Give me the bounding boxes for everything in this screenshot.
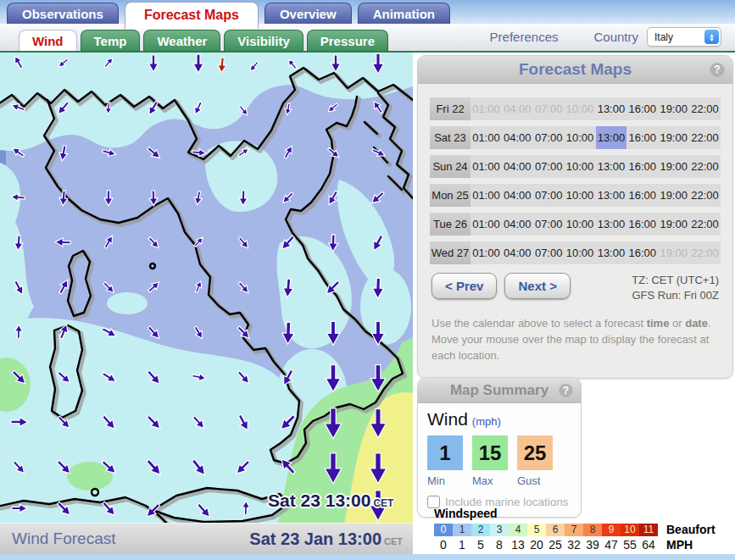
mph-value: 20 [527, 538, 546, 552]
tab-animation[interactable]: Animation [358, 3, 450, 24]
subtab-temp[interactable]: Temp [81, 30, 141, 51]
beaufort-cell: 3 [490, 524, 509, 536]
calendar-time-cell[interactable]: 04:00 [502, 241, 533, 264]
calendar-time-cell[interactable]: 16:00 [626, 184, 658, 207]
subtab-wind[interactable]: Wind [19, 30, 77, 51]
calendar-time-cell[interactable]: 19:00 [658, 213, 689, 236]
tab-observations[interactable]: Observations [7, 3, 119, 24]
calendar-time-cell[interactable]: 13:00 [596, 241, 627, 264]
calendar-time-cell[interactable]: 22:00 [689, 97, 721, 120]
forecast-maps-panel: Forecast Maps ? Fri 2201:0004:0007:0010:… [417, 55, 733, 379]
calendar-time-cell[interactable]: 10:00 [565, 213, 596, 236]
calendar-time-cell[interactable]: 13:00 [596, 184, 627, 207]
calendar-time-cell[interactable]: 01:00 [471, 184, 502, 207]
gfs-run-line: GFS Run: Fri 00Z [632, 288, 719, 303]
subtab-weather[interactable]: Weather [143, 30, 220, 51]
next-button[interactable]: Next > [504, 273, 570, 299]
calendar-time-cell[interactable]: 01:00 [471, 241, 502, 264]
calendar-time-cell[interactable]: 10:00 [565, 155, 596, 178]
mph-value: 1 [453, 538, 471, 552]
mph-value: 32 [565, 538, 583, 552]
calendar-time-cell[interactable]: 16:00 [626, 241, 658, 264]
calendar-time-cell[interactable]: 16:00 [626, 126, 658, 149]
calendar-day[interactable]: Mon 25 [430, 184, 471, 207]
calendar-time-cell[interactable]: 04:00 [502, 155, 533, 178]
select-stepper-icon: ▲▼ [704, 30, 719, 44]
calendar-time-cell[interactable]: 04:00 [502, 126, 533, 149]
country-select-value: Italy [648, 31, 704, 43]
country-label: Country [593, 30, 638, 44]
mph-value: 25 [546, 538, 565, 552]
calendar-time-cell[interactable]: 01:00 [471, 213, 502, 236]
summary-panel-title: Map Summary [450, 382, 548, 399]
calendar-row: Mon 2501:0004:0007:0010:0013:0016:0019:0… [430, 184, 721, 207]
calendar-day[interactable]: Tue 26 [430, 213, 471, 236]
calendar-time-cell[interactable]: 07:00 [533, 213, 565, 236]
tab-forecast-maps[interactable]: Forecast Maps [125, 2, 259, 29]
summary-gust-box: 25 [517, 435, 553, 470]
country-select[interactable]: Italy ▲▼ [647, 27, 721, 47]
calendar-time-cell[interactable]: 07:00 [533, 184, 565, 207]
calendar-row: Sat 2301:0004:0007:0010:0013:0016:0019:0… [430, 126, 721, 149]
calendar-time-cell[interactable]: 04:00 [502, 213, 533, 236]
calendar-time-cell[interactable]: 01:00 [471, 126, 502, 149]
map-date-text: Sat 23 13:00 [268, 491, 370, 510]
mph-value: 47 [602, 538, 621, 552]
calendar-time-cell[interactable]: 19:00 [658, 184, 689, 207]
calendar-day[interactable]: Sun 24 [430, 155, 471, 178]
calendar-time-cell[interactable]: 07:00 [533, 126, 565, 149]
calendar-time-cell[interactable]: 10:00 [565, 184, 596, 207]
calendar-time-cell[interactable]: 13:00 [596, 155, 627, 178]
calendar-time-cell: 10:00 [565, 97, 596, 120]
preferences-link[interactable]: Preferences [490, 30, 559, 44]
calendar-time-cell[interactable]: 13:00 [596, 213, 627, 236]
map-date-tz: CET [373, 497, 393, 509]
calendar-day[interactable]: Sat 23 [430, 126, 471, 149]
calendar-time-cell[interactable]: 07:00 [533, 241, 565, 264]
calendar-time-cell[interactable]: 16:00 [626, 155, 658, 178]
forecast-panel-header: Forecast Maps ? [418, 56, 732, 84]
calendar-time-cell[interactable]: 10:00 [565, 126, 596, 149]
calendar-day[interactable]: Fri 22 [430, 97, 471, 120]
map-footer-date-text: Sat 23 Jan 13:00 [249, 530, 381, 548]
mph-value: 39 [583, 538, 602, 552]
calendar-day[interactable]: Wed 27 [430, 241, 471, 264]
calendar-row: Fri 2201:0004:0007:0010:0013:0016:0019:0… [430, 97, 721, 120]
calendar-time-cell[interactable]: 19:00 [658, 126, 689, 149]
calendar-time-cell[interactable]: 10:00 [565, 241, 596, 264]
calendar-time-cell[interactable]: 07:00 [533, 155, 565, 178]
summary-min-label: Min [427, 474, 463, 487]
calendar-time-cell[interactable]: 22:00 [689, 155, 721, 178]
calendar-time-cell[interactable]: 22:00 [689, 126, 721, 149]
calendar-time-cell[interactable]: 22:00 [689, 184, 721, 207]
calendar-times: 01:0004:0007:0010:0013:0016:0019:0022:00 [471, 184, 721, 207]
calendar-time-cell[interactable]: 22:00 [689, 213, 721, 236]
help-text-part: or [669, 317, 685, 330]
tab-overview[interactable]: Overview [264, 3, 352, 24]
calendar-time-cell[interactable]: 13:00 [596, 97, 627, 120]
wind-map[interactable]: Sat 23 13:00CET [0, 53, 413, 523]
map-footer-title: Wind Forecast [12, 530, 115, 548]
calendar-time-cell-selected[interactable]: 13:00 [596, 126, 627, 149]
help-icon[interactable]: ? [710, 62, 725, 77]
summary-max-label: Max [472, 474, 508, 487]
legend-mph-row: 01581320253239475564 MPH [434, 538, 732, 552]
summary-panel-body: Wind (mph) 1 Min 15 Max 25 Gust I [418, 403, 581, 517]
panel-help-text: Use the calendar above to select a forec… [432, 316, 719, 364]
page-bottom-strip [0, 554, 735, 560]
beaufort-cell: 5 [527, 524, 546, 536]
calendar-time-cell[interactable]: 19:00 [658, 155, 689, 178]
calendar-time-cell[interactable]: 19:00 [658, 97, 689, 120]
summary-help-icon[interactable]: ? [559, 383, 573, 397]
forecast-panel-title: Forecast Maps [519, 60, 632, 79]
main-tabs: Observations Forecast Maps Overview Anim… [0, 0, 735, 24]
calendar-time-cell[interactable]: 16:00 [626, 213, 658, 236]
subtab-pressure[interactable]: Pressure [307, 30, 388, 51]
calendar-time-cell[interactable]: 16:00 [626, 97, 658, 120]
mph-value: 13 [509, 538, 527, 552]
calendar-time-cell[interactable]: 01:00 [471, 155, 502, 178]
calendar-time-cell: 01:00 [471, 97, 502, 120]
calendar-time-cell[interactable]: 04:00 [502, 184, 533, 207]
prev-button[interactable]: < Prev [432, 273, 497, 299]
subtab-visibility[interactable]: Visibility [224, 30, 303, 51]
